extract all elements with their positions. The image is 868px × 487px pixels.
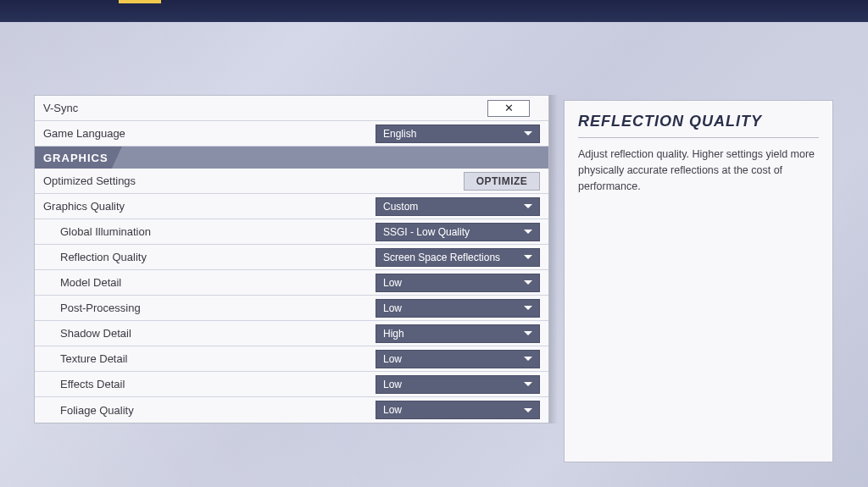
reflection-quality-value: Screen Space Reflections <box>383 252 500 263</box>
chevron-down-icon <box>524 408 532 412</box>
foliage-quality-value: Low <box>383 404 402 416</box>
row-shadow-detail: Shadow Detail High <box>35 321 548 346</box>
language-value: English <box>383 128 416 140</box>
row-effects-detail: Effects Detail Low <box>35 372 548 397</box>
detail-title: REFLECTION QUALITY <box>578 113 819 138</box>
chevron-down-icon <box>524 280 532 285</box>
language-label: Game Language <box>43 127 376 140</box>
texture-detail-label: Texture Detail <box>60 352 376 365</box>
effects-detail-label: Effects Detail <box>60 378 376 390</box>
detail-description: Adjust reflection quality. Higher settin… <box>578 147 819 194</box>
global-illumination-value: SSGI - Low Quality <box>383 226 470 238</box>
row-global-illumination: Global Illumination SSGI - Low Quality <box>35 219 548 245</box>
chevron-down-icon <box>524 357 532 361</box>
row-foliage-quality: Foliage Quality Low <box>35 397 548 423</box>
shadow-detail-dropdown[interactable]: High <box>376 324 540 343</box>
vsync-checkbox[interactable]: ✕ <box>487 100 530 117</box>
chevron-down-icon <box>524 255 532 259</box>
optimize-button[interactable]: OPTIMIZE <box>464 172 540 191</box>
x-icon: ✕ <box>504 102 514 114</box>
post-processing-dropdown[interactable]: Low <box>376 299 540 318</box>
vsync-label: V-Sync <box>43 102 487 114</box>
global-illumination-label: Global Illumination <box>60 225 376 238</box>
graphics-quality-value: Custom <box>383 201 418 213</box>
global-illumination-dropdown[interactable]: SSGI - Low Quality <box>376 223 540 241</box>
optimized-label: Optimized Settings <box>43 174 464 187</box>
chevron-down-icon <box>524 131 532 136</box>
shadow-detail-value: High <box>383 328 404 340</box>
section-graphics: GRAPHICS <box>35 147 548 169</box>
row-reflection-quality: Reflection Quality Screen Space Reflecti… <box>35 245 548 270</box>
texture-detail-dropdown[interactable]: Low <box>376 350 540 368</box>
panel-shadow <box>549 95 558 423</box>
effects-detail-dropdown[interactable]: Low <box>376 375 540 394</box>
settings-panel: V-Sync ✕ Game Language English GRAPHICS … <box>34 95 549 423</box>
texture-detail-value: Low <box>383 353 402 365</box>
post-processing-value: Low <box>383 302 402 314</box>
post-processing-label: Post-Processing <box>60 302 376 314</box>
shadow-detail-label: Shadow Detail <box>60 327 376 340</box>
foliage-quality-dropdown[interactable]: Low <box>376 401 540 419</box>
reflection-quality-dropdown[interactable]: Screen Space Reflections <box>376 248 540 267</box>
reflection-quality-label: Reflection Quality <box>60 251 376 263</box>
language-dropdown[interactable]: English <box>376 125 540 143</box>
foliage-quality-label: Foliage Quality <box>60 404 376 417</box>
detail-panel: REFLECTION QUALITY Adjust reflection qua… <box>564 100 833 462</box>
row-graphics-quality: Graphics Quality Custom <box>35 194 548 219</box>
chevron-down-icon <box>524 306 532 310</box>
graphics-quality-label: Graphics Quality <box>43 200 376 213</box>
row-post-processing: Post-Processing Low <box>35 296 548 321</box>
chevron-down-icon <box>524 204 532 208</box>
effects-detail-value: Low <box>383 379 402 390</box>
model-detail-value: Low <box>383 277 402 289</box>
row-texture-detail: Texture Detail Low <box>35 346 548 372</box>
chevron-down-icon <box>524 382 532 386</box>
model-detail-dropdown[interactable]: Low <box>376 274 540 292</box>
top-bar <box>0 0 868 22</box>
row-language: Game Language English <box>35 121 548 147</box>
chevron-down-icon <box>524 230 532 234</box>
row-model-detail: Model Detail Low <box>35 270 548 296</box>
model-detail-label: Model Detail <box>60 276 376 289</box>
chevron-down-icon <box>524 331 532 335</box>
row-optimized: Optimized Settings OPTIMIZE <box>35 169 548 194</box>
graphics-quality-dropdown[interactable]: Custom <box>376 197 540 216</box>
section-graphics-label: GRAPHICS <box>43 152 108 164</box>
row-vsync: V-Sync ✕ <box>35 96 548 121</box>
